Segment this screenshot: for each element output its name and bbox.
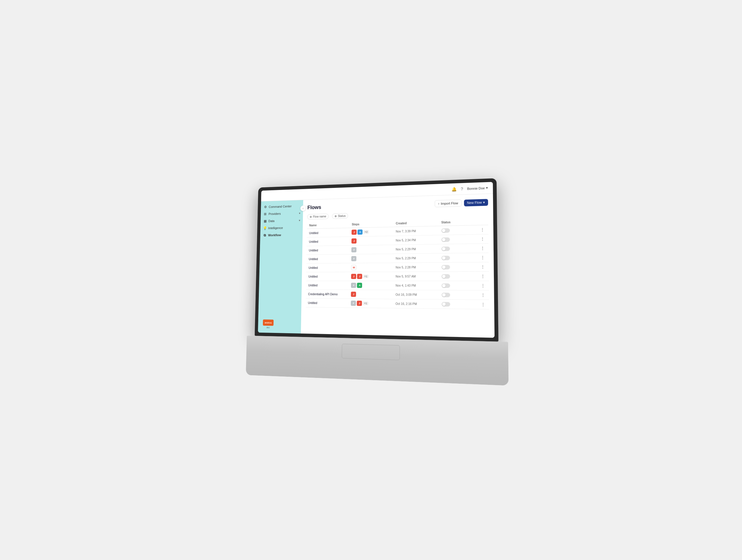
- flow-actions-cell: ⋮: [477, 243, 488, 253]
- flow-actions-cell: ⋮: [477, 234, 488, 244]
- import-icon: ↑: [438, 202, 440, 205]
- flow-more-button[interactable]: ⋮: [479, 236, 486, 242]
- sidebar-item-command-center[interactable]: ⚙ Command Center: [261, 202, 303, 210]
- sidebar-item-workflow[interactable]: ⧉ Workflow: [260, 231, 303, 239]
- intelligence-icon: 💡: [263, 226, 267, 230]
- filters-row: ⊕ Flow name ⊕ Status: [307, 209, 488, 219]
- flow-steps-cell: JA+2: [349, 227, 393, 236]
- flow-created: Nov 5, 2:34 PM: [395, 238, 416, 242]
- step-icon-blue: A: [358, 230, 363, 235]
- flow-created: Nov 7, 3:39 PM: [395, 229, 416, 233]
- flow-name: Untitled: [308, 266, 318, 269]
- flow-more-button[interactable]: ⋮: [479, 273, 486, 279]
- brand-icon: andros: [263, 319, 274, 326]
- flow-actions-cell: ⋮: [477, 262, 489, 271]
- sidebar-item-providers[interactable]: ⊞ Providers ▾: [261, 209, 303, 218]
- flow-name-cell[interactable]: Untitled: [307, 227, 350, 237]
- bell-icon[interactable]: 🔔: [451, 186, 457, 192]
- flow-created-cell: Nov 5, 2:28 PM: [393, 262, 439, 272]
- step-icon-gray: #: [351, 256, 357, 261]
- providers-icon: ⊞: [263, 212, 267, 216]
- new-flow-button[interactable]: New Flow ▾: [464, 199, 488, 206]
- flow-steps-cell: JJ+1: [349, 272, 393, 281]
- flow-more-button[interactable]: ⋮: [479, 245, 486, 251]
- flow-status-toggle[interactable]: [441, 237, 450, 242]
- sidebar-label-intelligence: Intelligence: [268, 226, 283, 230]
- sidebar-collapse-btn[interactable]: ‹: [300, 205, 306, 211]
- step-icon-gray: #: [351, 300, 356, 306]
- flow-status-toggle[interactable]: [441, 274, 450, 278]
- filter-status-icon: ⊕: [334, 214, 337, 217]
- flow-steps-cell: J: [349, 236, 393, 245]
- flow-created: Oct 16, 2:16 PM: [395, 302, 417, 305]
- flow-status-toggle[interactable]: [441, 228, 450, 233]
- import-flow-button[interactable]: ↑ Import Flow: [435, 199, 462, 207]
- flow-name: Untitled: [309, 249, 318, 252]
- table-row: UntitledMNov 5, 2:28 PM⋮: [306, 262, 489, 272]
- table-row: UntitledJJ+1Nov 5, 9:57 AM⋮: [306, 271, 489, 281]
- flow-more-button[interactable]: ⋮: [480, 301, 487, 307]
- filter-status[interactable]: ⊕ Status: [332, 213, 348, 219]
- flow-status-cell: [439, 299, 477, 309]
- flow-status-toggle[interactable]: [441, 292, 450, 297]
- flow-actions-cell: ⋮: [477, 281, 489, 290]
- flow-created-cell: Oct 16, 2:16 PM: [393, 299, 439, 309]
- new-flow-chevron: ▾: [483, 200, 485, 204]
- header-icons: 🔔 ? Bonnie Doe ▾: [451, 185, 488, 192]
- flow-more-button[interactable]: ⋮: [479, 283, 486, 289]
- table-row: Untitled#J+1Oct 16, 2:16 PM⋮: [306, 298, 489, 309]
- flow-steps-cell: #: [349, 245, 393, 254]
- flow-name-cell[interactable]: Untitled: [307, 237, 349, 246]
- flow-name-cell[interactable]: Untitled: [306, 254, 349, 263]
- flow-steps-cell: #J+1: [349, 299, 393, 308]
- flow-name: Untitled: [309, 257, 318, 260]
- flow-status-toggle[interactable]: [441, 246, 450, 251]
- main-content: Flows ↑ Import Flow New Flow ▾: [301, 194, 494, 338]
- flow-status-toggle[interactable]: [441, 255, 450, 260]
- flow-more-button[interactable]: ⋮: [479, 254, 486, 260]
- laptop-base: [246, 336, 509, 386]
- brand-logo: andros Arc: [261, 318, 298, 330]
- flow-name-cell[interactable]: Untitled: [306, 272, 349, 281]
- sidebar-item-data[interactable]: ▦ Data ▾: [261, 216, 303, 224]
- filter-flow-name[interactable]: ⊕ Flow name: [307, 213, 329, 219]
- flow-status-cell: [439, 271, 477, 281]
- import-label: Import Flow: [441, 201, 458, 205]
- flow-name-cell[interactable]: Untitled: [306, 298, 349, 307]
- flow-more-button[interactable]: ⋮: [479, 226, 486, 233]
- flow-created: Nov 5, 2:29 PM: [395, 256, 416, 260]
- flow-status-cell: [439, 281, 477, 290]
- flow-name-cell[interactable]: Credentialing API Demo: [306, 290, 349, 298]
- flow-name-cell[interactable]: Untitled: [306, 281, 349, 290]
- toggle-knob: [442, 293, 445, 296]
- header-user[interactable]: Bonnie Doe ▾: [467, 186, 488, 191]
- flow-status-toggle[interactable]: [441, 283, 450, 288]
- filter-status-label: Status: [338, 214, 346, 217]
- workflow-icon: ⧉: [263, 233, 267, 237]
- sidebar: ‹ ⚙ Command Center ⊞ Providers ▾ ▦ Data: [258, 200, 303, 333]
- sidebar-item-intelligence[interactable]: 💡 Intelligence: [260, 223, 303, 232]
- brand-sub: Arc: [263, 326, 274, 328]
- step-icon-red: J: [357, 300, 362, 306]
- flow-status-cell: [439, 253, 477, 262]
- col-header-created: Created: [393, 219, 439, 227]
- toggle-knob: [442, 302, 445, 305]
- chevron-icon-data: ▾: [299, 219, 300, 222]
- flow-created: Nov 5, 9:57 AM: [395, 275, 416, 278]
- flow-more-button[interactable]: ⋮: [479, 264, 486, 270]
- flow-created-cell: Nov 5, 2:29 PM: [393, 244, 439, 253]
- toggle-knob: [442, 238, 445, 241]
- step-more: +1: [363, 301, 368, 305]
- data-icon: ▦: [263, 219, 267, 223]
- flow-status-toggle[interactable]: [441, 302, 450, 306]
- flow-status-toggle[interactable]: [441, 265, 450, 269]
- flow-name-cell[interactable]: Untitled: [306, 263, 349, 272]
- flow-created: Nov 5, 2:29 PM: [395, 247, 416, 251]
- new-flow-label: New Flow: [467, 200, 482, 204]
- flow-more-button[interactable]: ⋮: [480, 292, 487, 298]
- flow-name-cell[interactable]: Untitled: [307, 245, 349, 255]
- toggle-knob: [442, 274, 445, 277]
- help-icon[interactable]: ?: [459, 186, 465, 191]
- chevron-down-icon: ▾: [486, 186, 488, 190]
- flow-name: Credentialing API Demo: [308, 292, 338, 296]
